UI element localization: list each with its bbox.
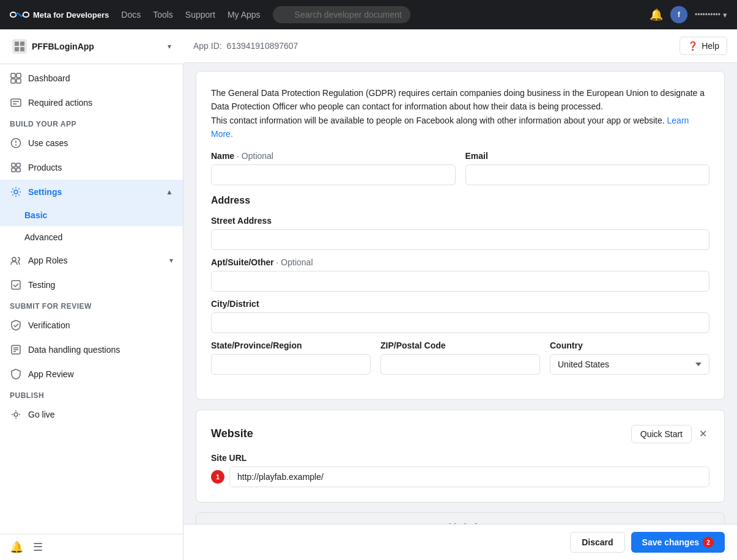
- state-label: State/Province/Region: [211, 341, 371, 350]
- username-text: ••••••••••: [695, 10, 720, 19]
- go-live-icon: [10, 408, 22, 421]
- page-layout: Dashboard Required actions Build your ap…: [0, 0, 737, 560]
- list-icon[interactable]: ☰: [33, 540, 43, 554]
- avatar[interactable]: f: [670, 6, 687, 23]
- sidebar-item-app-roles[interactable]: App Roles ▾: [0, 248, 183, 273]
- help-button[interactable]: ❓ Help: [680, 37, 727, 55]
- name-field-group: Name · Optional: [211, 151, 456, 185]
- street-input[interactable]: [211, 229, 709, 250]
- data-handling-label: Data handling questions: [28, 345, 120, 355]
- sidebar-item-testing[interactable]: Testing: [0, 273, 183, 297]
- svg-rect-6: [15, 47, 19, 51]
- sidebar: Dashboard Required actions Build your ap…: [0, 59, 183, 560]
- sidebar-item-advanced[interactable]: Advanced: [0, 226, 183, 248]
- zip-input[interactable]: [380, 354, 540, 375]
- state-zip-country-row: State/Province/Region ZIP/Postal Code Co…: [211, 341, 709, 375]
- website-actions: Quick Start ✕: [631, 425, 709, 443]
- products-label: Products: [28, 163, 62, 172]
- verification-label: Verification: [28, 320, 70, 330]
- svg-rect-4: [15, 42, 19, 46]
- svg-rect-5: [20, 42, 24, 46]
- close-button[interactable]: ✕: [697, 426, 709, 442]
- sidebar-item-data-handling[interactable]: Data handling questions: [0, 337, 183, 362]
- notification-bell-icon[interactable]: 🔔: [650, 8, 663, 21]
- app-id-text: App ID: 613941910897607: [193, 41, 298, 51]
- svg-rect-8: [11, 73, 15, 78]
- svg-rect-11: [17, 79, 21, 83]
- nav-support[interactable]: Support: [185, 10, 215, 20]
- brand-logo[interactable]: Meta for Developers: [10, 10, 109, 20]
- email-input[interactable]: [465, 164, 710, 185]
- apt-input[interactable]: [211, 271, 709, 292]
- state-field-group: State/Province/Region: [211, 341, 371, 375]
- products-icon: [10, 161, 22, 174]
- state-input[interactable]: [211, 354, 371, 375]
- svg-point-1: [23, 12, 29, 17]
- site-url-input[interactable]: [229, 466, 709, 487]
- build-section-label: Build your app: [0, 115, 183, 131]
- settings-label: Settings: [28, 187, 62, 197]
- sidebar-item-required-actions[interactable]: Required actions: [0, 90, 183, 115]
- nav-my-apps[interactable]: My Apps: [228, 10, 261, 20]
- testing-label: Testing: [28, 280, 55, 290]
- discard-button[interactable]: Discard: [570, 532, 624, 553]
- user-menu[interactable]: •••••••••• ▾: [695, 10, 727, 20]
- sidebar-item-products[interactable]: Products: [0, 155, 183, 180]
- app-roles-label: App Roles: [28, 256, 68, 265]
- sidebar-item-dashboard[interactable]: Dashboard: [0, 66, 183, 90]
- learn-more-link[interactable]: Learn More.: [211, 116, 689, 139]
- main-content: The General Data Protection Regulation (…: [183, 59, 737, 560]
- nav-docs[interactable]: Docs: [121, 10, 141, 20]
- site-url-label: Site URL: [211, 453, 246, 463]
- svg-rect-19: [17, 163, 20, 167]
- required-actions-icon: [10, 97, 22, 109]
- street-field-group: Street Address: [211, 216, 709, 250]
- site-url-row: 1: [211, 466, 709, 487]
- app-selector[interactable]: PFFBLoginApp ▾: [7, 35, 176, 57]
- sidebar-item-basic[interactable]: Basic: [0, 204, 183, 226]
- sidebar-item-go-live[interactable]: Go live: [0, 402, 183, 427]
- search-input[interactable]: [273, 6, 410, 23]
- email-label: Email: [465, 151, 710, 161]
- verification-icon: [10, 319, 22, 331]
- nav-tools[interactable]: Tools: [153, 10, 173, 20]
- save-button[interactable]: Save changes 2: [631, 532, 725, 553]
- sidebar-item-settings[interactable]: Settings ▲: [0, 180, 183, 204]
- country-select[interactable]: United States: [550, 354, 709, 375]
- svg-rect-9: [17, 73, 21, 78]
- bottom-action-bar: Discard Save changes 2: [183, 524, 737, 560]
- city-input[interactable]: [211, 312, 709, 333]
- top-navigation: Meta for Developers Docs Tools Support M…: [0, 0, 737, 29]
- required-actions-label: Required actions: [28, 98, 92, 108]
- app-roles-expand-icon: ▾: [169, 256, 173, 265]
- data-handling-icon: [10, 344, 22, 356]
- submit-section-label: Submit for review: [0, 297, 183, 313]
- svg-point-22: [14, 190, 18, 194]
- svg-rect-24: [12, 281, 20, 289]
- svg-point-23: [12, 257, 16, 261]
- svg-point-29: [14, 413, 18, 416]
- meta-logo-icon: [10, 10, 29, 20]
- name-input[interactable]: [211, 164, 456, 185]
- address-section-title: Address: [211, 195, 709, 206]
- website-title: Website: [211, 427, 253, 440]
- notification-icon[interactable]: 🔔: [10, 540, 23, 554]
- advanced-label: Advanced: [24, 232, 62, 242]
- quick-start-button[interactable]: Quick Start: [631, 425, 692, 443]
- nav-right-area: 🔔 f •••••••••• ▾: [650, 6, 727, 23]
- search-wrapper: 🔍: [273, 6, 493, 23]
- settings-collapse-icon: ▲: [166, 188, 173, 196]
- street-label: Street Address: [211, 216, 709, 226]
- app-chevron-icon: ▾: [168, 42, 171, 51]
- sidebar-item-verification[interactable]: Verification: [0, 313, 183, 337]
- city-field-group: City/District: [211, 299, 709, 333]
- brand-name: Meta for Developers: [33, 10, 109, 20]
- save-badge: 2: [703, 537, 714, 548]
- sidebar-item-use-cases[interactable]: Use cases: [0, 131, 183, 155]
- svg-rect-7: [20, 47, 24, 51]
- gdpr-card: The General Data Protection Regulation (…: [196, 71, 725, 400]
- use-cases-label: Use cases: [28, 138, 68, 148]
- save-label: Save changes: [642, 537, 699, 547]
- country-label: Country: [550, 341, 709, 350]
- sidebar-item-app-review[interactable]: App Review: [0, 362, 183, 386]
